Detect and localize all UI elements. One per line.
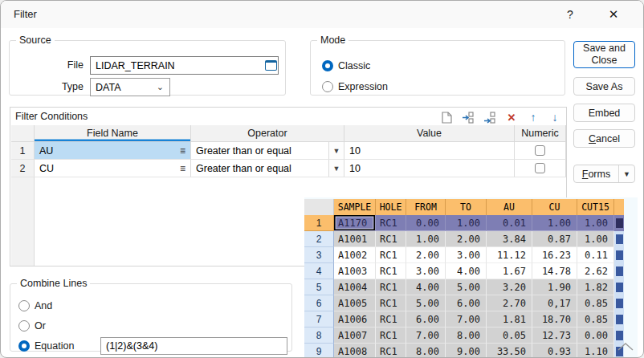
table-cell[interactable]: 3.20 xyxy=(487,279,532,295)
table-cell[interactable]: 2.62 xyxy=(577,263,614,279)
table-cell[interactable]: 2.00 xyxy=(446,231,487,247)
table-cell[interactable]: RC1 xyxy=(376,295,406,311)
table-cell[interactable]: 1.81 xyxy=(487,311,532,327)
numeric-checkbox[interactable] xyxy=(535,163,545,173)
table-cell[interactable]: RC1 xyxy=(376,327,406,344)
table-cell[interactable]: A1170 xyxy=(334,215,376,231)
table-cell[interactable]: RC1 xyxy=(376,311,406,327)
move-up-icon[interactable]: ↑ xyxy=(527,111,540,124)
table-row-number[interactable]: 4 xyxy=(304,263,334,279)
table-row-number[interactable]: 7 xyxy=(304,311,334,327)
table-cell[interactable]: 5.00 xyxy=(446,279,487,295)
browse-file-icon[interactable] xyxy=(265,60,277,71)
table-cell[interactable]: 8.00 xyxy=(406,344,446,357)
filter-row-number[interactable]: 2 xyxy=(11,160,35,177)
radio-or[interactable]: Or xyxy=(18,320,46,332)
save-and-close-button[interactable]: Save and Close xyxy=(573,41,635,68)
col-header-numeric[interactable]: Numeric xyxy=(515,125,566,142)
table-cell[interactable]: 1.00 xyxy=(406,231,446,247)
table-column-header[interactable]: AU xyxy=(487,199,532,216)
table-column-header[interactable]: SAMPLE xyxy=(334,199,376,216)
equation-input[interactable] xyxy=(100,337,287,355)
table-cell[interactable]: 12.73 xyxy=(532,327,577,344)
table-cell[interactable]: 3.00 xyxy=(446,247,487,263)
table-row-number[interactable]: 5 xyxy=(304,279,334,295)
data-table[interactable]: SAMPLEHOLEFROMTOAUCUCUT151A1170RC10.001.… xyxy=(304,199,624,357)
insert-line-after-icon[interactable] xyxy=(462,111,475,124)
table-cell[interactable]: 0.05 xyxy=(487,327,532,344)
table-cell[interactable]: 33.50 xyxy=(487,344,532,357)
table-cell[interactable]: 0.85 xyxy=(577,295,614,311)
scroll-up-icon[interactable] xyxy=(616,340,635,355)
table-cell[interactable]: A1003 xyxy=(334,263,376,279)
table-cell[interactable]: A1001 xyxy=(334,231,376,247)
table-cell[interactable]: A1008 xyxy=(334,344,376,357)
table-cell[interactable]: A1002 xyxy=(334,247,376,263)
table-cell[interactable]: 0.87 xyxy=(532,231,577,247)
field-name-cell[interactable]: CU≡ xyxy=(35,160,191,177)
table-cell[interactable]: 3.00 xyxy=(406,263,446,279)
cancel-button[interactable]: Cancel xyxy=(573,129,635,148)
help-button[interactable]: ? xyxy=(560,6,581,23)
filter-row-number[interactable]: 1 xyxy=(11,142,35,160)
table-cell[interactable]: A1005 xyxy=(334,295,376,311)
table-column-header[interactable]: FROM xyxy=(406,199,446,216)
table-cell[interactable]: 1.10 xyxy=(577,344,614,357)
table-column-header[interactable]: TO xyxy=(446,199,487,216)
table-cell[interactable]: 7.00 xyxy=(446,311,487,327)
table-cell[interactable]: 0.85 xyxy=(577,311,614,327)
table-corner-cell[interactable] xyxy=(304,199,334,216)
radio-and[interactable]: And xyxy=(18,300,52,311)
operator-dropdown-icon[interactable]: ▼ xyxy=(328,160,344,177)
table-cell[interactable]: 0,17 xyxy=(532,295,577,311)
table-cell[interactable]: RC1 xyxy=(376,344,406,357)
close-icon[interactable]: ✕ xyxy=(603,6,624,23)
table-column-header[interactable]: CUT15 xyxy=(577,199,614,216)
radio-expression[interactable]: Expression xyxy=(322,81,388,92)
table-cell[interactable]: A1004 xyxy=(334,279,376,295)
table-cell[interactable]: 4.00 xyxy=(446,263,487,279)
table-cell[interactable]: A1007 xyxy=(334,327,376,344)
table-cell[interactable]: 8.00 xyxy=(446,327,487,344)
table-column-header[interactable]: HOLE xyxy=(376,199,406,216)
table-row-number[interactable]: 1 xyxy=(304,215,334,231)
table-cell[interactable]: RC1 xyxy=(376,215,406,231)
insert-line-before-icon[interactable] xyxy=(483,111,496,124)
table-cell[interactable]: 0.93 xyxy=(532,344,577,357)
operator-cell[interactable]: Greater than or equal▼ xyxy=(191,160,344,177)
table-cell[interactable]: 14.78 xyxy=(532,263,577,279)
table-cell[interactable]: 1.00 xyxy=(446,215,487,231)
value-cell[interactable]: 10 xyxy=(344,142,515,160)
field-picker-icon[interactable]: ≡ xyxy=(180,145,185,157)
table-cell[interactable]: 0.00 xyxy=(577,327,614,344)
table-cell[interactable]: 1.00 xyxy=(577,231,614,247)
table-cell[interactable]: 11.12 xyxy=(487,247,532,263)
table-cell[interactable]: 16.23 xyxy=(532,247,577,263)
table-cell[interactable]: RC1 xyxy=(376,263,406,279)
numeric-checkbox[interactable] xyxy=(535,145,545,156)
table-cell[interactable]: 7.00 xyxy=(406,327,446,344)
table-cell[interactable]: 2.70 xyxy=(487,295,532,311)
field-picker-icon[interactable]: ≡ xyxy=(180,163,185,174)
table-cell[interactable]: 5.00 xyxy=(406,295,446,311)
move-down-icon[interactable]: ↓ xyxy=(548,111,561,124)
save-as-button[interactable]: Save As xyxy=(573,77,635,96)
table-cell[interactable]: 1.82 xyxy=(577,279,614,295)
col-header-value[interactable]: Value xyxy=(344,125,515,142)
table-cell[interactable]: A1006 xyxy=(334,311,376,327)
value-cell[interactable]: 10 xyxy=(344,160,515,177)
radio-classic[interactable]: Classic xyxy=(322,60,370,71)
table-cell[interactable]: 1.90 xyxy=(532,279,577,295)
table-cell[interactable]: 4.00 xyxy=(406,279,446,295)
forms-split-button[interactable]: Forms ▼ xyxy=(573,165,635,183)
radio-equation[interactable]: Equation xyxy=(18,340,74,352)
table-cell[interactable]: 6.00 xyxy=(406,311,446,327)
table-row-number[interactable]: 3 xyxy=(304,247,334,263)
operator-dropdown-icon[interactable]: ▼ xyxy=(328,142,344,159)
delete-line-icon[interactable]: ✕ xyxy=(505,111,518,124)
table-cell[interactable]: RC1 xyxy=(376,231,406,247)
table-row-number[interactable]: 8 xyxy=(304,327,334,344)
table-cell[interactable]: 1.00 xyxy=(577,215,614,231)
table-column-header[interactable]: CU xyxy=(532,199,577,216)
new-line-icon[interactable] xyxy=(440,111,453,124)
